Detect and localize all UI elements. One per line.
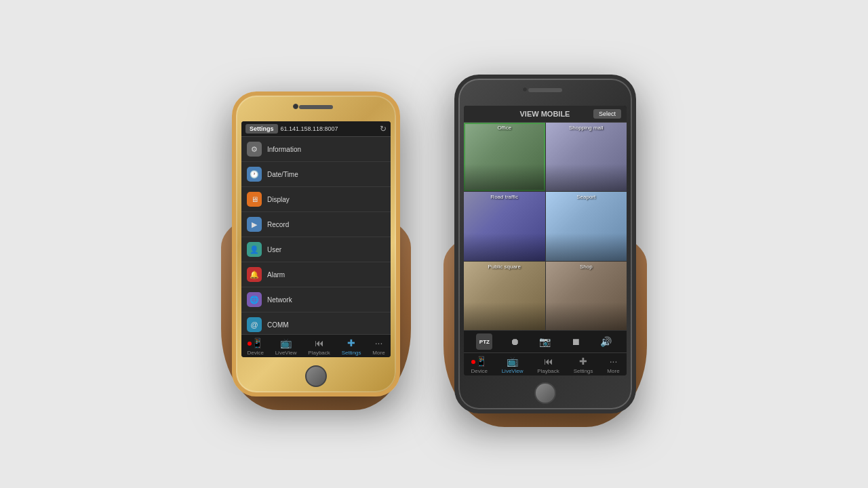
tab-label-settings: Settings — [342, 350, 361, 356]
phone-gold: Settings 61.141.158.118:8007 ↻ ⚙ Informa… — [232, 92, 400, 396]
menu-icon-information: ⚙ — [247, 142, 262, 157]
home-button-left[interactable] — [305, 365, 327, 387]
settings-tag: Settings — [245, 124, 278, 134]
lv-tab-playback[interactable]: ⏮ Playback — [537, 356, 559, 374]
lv-tab-label-device: Device — [471, 368, 487, 374]
settings-ip: 61.141.158.118:8007 — [281, 125, 377, 132]
lv-tab-icon-liveview: 📺 — [507, 356, 518, 367]
lv-tab-liveview[interactable]: 📺 LiveView — [502, 356, 524, 374]
menu-item-record[interactable]: ▶ Record — [241, 212, 391, 237]
camera-cell-public_square[interactable]: Public square — [464, 262, 545, 330]
camera-label-office: Office — [497, 125, 511, 131]
cam-gradient-road_traffic — [464, 233, 545, 261]
settings-menu: ⚙ Information 🕐 Date/Time 🖥 Display ▶ Re… — [241, 137, 391, 334]
menu-label-alarm: Alarm — [267, 271, 285, 279]
liveview-screen: VIEW MOBILE Select Office Shopping mall … — [464, 106, 627, 375]
menu-label-information: Information — [267, 146, 301, 153]
lv-tab-label-playback: Playback — [537, 368, 559, 374]
refresh-icon[interactable]: ↻ — [380, 124, 387, 134]
ctrl-btn-ptz[interactable]: PTZ — [476, 333, 492, 350]
tab-label-device: Device — [247, 350, 263, 356]
camera-label-shopping_mall: Shopping mall — [569, 125, 604, 131]
ctrl-btn-snapshot[interactable]: 📷 — [537, 333, 553, 350]
camera-cell-shop[interactable]: Shop — [546, 262, 627, 330]
menu-icon-user: 👤 — [247, 242, 262, 257]
liveview-app: VIEW MOBILE Select Office Shopping mall … — [464, 106, 627, 375]
settings-bottom-bar: 📱 Device 📺 LiveView ⏮ Playback ✚ Setting… — [241, 334, 391, 357]
camera-label-seaport: Seaport — [576, 194, 595, 200]
menu-icon-record: ▶ — [247, 217, 262, 232]
tab-icon-settings: ✚ — [347, 338, 355, 348]
menu-item-user[interactable]: 👤 User — [241, 237, 391, 262]
settings-tab-playback[interactable]: ⏮ Playback — [308, 338, 330, 356]
cam-gradient-shopping_mall — [546, 164, 627, 192]
lv-tab-device[interactable]: 📱 Device — [471, 356, 487, 374]
menu-icon-alarm: 🔔 — [247, 267, 262, 282]
lv-tab-icon-more: ··· — [610, 356, 618, 367]
phone-dark: VIEW MOBILE Select Office Shopping mall … — [454, 75, 636, 413]
liveview-bottom-bar: 📱 Device 📺 LiveView ⏮ Playback ✚ Setting… — [464, 352, 627, 375]
menu-label-datetime: Date/Time — [267, 171, 298, 178]
liveview-header: VIEW MOBILE Select — [464, 106, 627, 123]
camera-cell-road_traffic[interactable]: Road traffic — [464, 192, 545, 260]
cam-gradient-shop — [546, 302, 627, 330]
camera-label-shop: Shop — [580, 264, 593, 270]
menu-icon-display: 🖥 — [247, 192, 262, 207]
home-button-right[interactable] — [534, 382, 556, 404]
tab-icon-liveview: 📺 — [280, 338, 292, 348]
settings-tab-liveview[interactable]: 📺 LiveView — [275, 338, 297, 356]
settings-tab-more[interactable]: ··· More — [372, 338, 384, 356]
menu-item-datetime[interactable]: 🕐 Date/Time — [241, 162, 391, 187]
phone-camera-right — [522, 87, 528, 92]
phone1-wrapper: Settings 61.141.158.118:8007 ↻ ⚙ Informa… — [232, 92, 400, 396]
camera-cell-shopping_mall[interactable]: Shopping mall — [546, 123, 627, 191]
phone-speaker-right — [528, 88, 562, 92]
tab-icon-more: ··· — [375, 338, 383, 348]
lv-tab-icon-device: 📱 — [471, 356, 487, 367]
menu-label-display: Display — [267, 196, 290, 203]
ctrl-btn-record[interactable]: ⏺ — [507, 333, 523, 350]
ctrl-btn-volume[interactable]: 🔊 — [598, 333, 614, 350]
lv-tab-icon-settings: ✚ — [579, 356, 587, 367]
phone-camera-left — [293, 104, 298, 109]
camera-label-public_square: Public square — [488, 264, 521, 270]
tab-label-playback: Playback — [308, 350, 330, 356]
menu-label-record: Record — [267, 221, 289, 228]
camera-cell-office[interactable]: Office — [464, 123, 545, 191]
cam-gradient-seaport — [546, 233, 627, 261]
menu-icon-comm: @ — [247, 317, 262, 332]
camera-label-road_traffic: Road traffic — [490, 194, 518, 200]
camera-cell-seaport[interactable]: Seaport — [546, 192, 627, 260]
menu-icon-datetime: 🕐 — [247, 167, 262, 182]
menu-item-information[interactable]: ⚙ Information — [241, 137, 391, 162]
ctrl-btn-stop[interactable]: ⏹ — [568, 333, 584, 350]
menu-item-display[interactable]: 🖥 Display — [241, 187, 391, 212]
lv-tab-label-liveview: LiveView — [502, 368, 524, 374]
cam-gradient-public_square — [464, 302, 545, 330]
cam-gradient-office — [464, 164, 545, 192]
menu-label-network: Network — [267, 296, 292, 304]
camera-grid: Office Shopping mall Road traffic Seapor… — [464, 123, 627, 330]
settings-topbar: Settings 61.141.158.118:8007 ↻ — [241, 121, 391, 137]
menu-item-comm[interactable]: @ COMM — [241, 312, 391, 334]
phone2-wrapper: VIEW MOBILE Select Office Shopping mall … — [454, 75, 636, 413]
settings-tab-device[interactable]: 📱 Device — [247, 338, 263, 356]
settings-app: Settings 61.141.158.118:8007 ↻ ⚙ Informa… — [241, 121, 391, 357]
liveview-controls: PTZ⏺📷⏹🔊 — [464, 330, 627, 352]
lv-tab-more[interactable]: ··· More — [607, 356, 619, 374]
lv-tab-label-more: More — [607, 368, 619, 374]
tab-icon-playback: ⏮ — [315, 338, 324, 348]
lv-tab-icon-playback: ⏮ — [544, 356, 553, 367]
lv-tab-label-settings: Settings — [574, 368, 593, 374]
lv-tab-settings[interactable]: ✚ Settings — [574, 356, 593, 374]
select-button[interactable]: Select — [593, 109, 621, 119]
settings-screen: Settings 61.141.158.118:8007 ↻ ⚙ Informa… — [241, 121, 391, 357]
tab-icon-device: 📱 — [248, 338, 263, 348]
menu-label-user: User — [267, 246, 281, 253]
menu-icon-network: 🌐 — [247, 292, 262, 307]
menu-item-network[interactable]: 🌐 Network — [241, 287, 391, 312]
settings-tab-settings[interactable]: ✚ Settings — [342, 338, 361, 356]
phone-speaker-left — [299, 105, 333, 109]
tab-label-liveview: LiveView — [275, 350, 297, 356]
menu-item-alarm[interactable]: 🔔 Alarm — [241, 262, 391, 287]
